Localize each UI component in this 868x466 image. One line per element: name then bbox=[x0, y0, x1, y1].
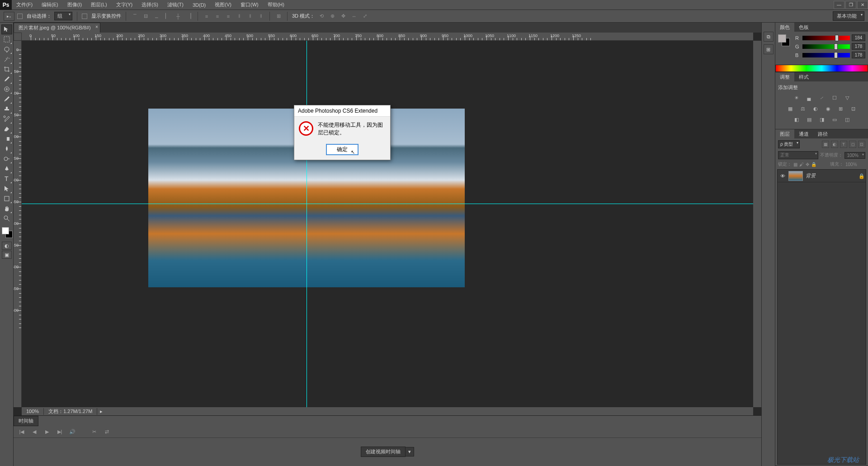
fg-color-swatch[interactable] bbox=[2, 227, 9, 234]
prev-frame-icon[interactable]: ◀ bbox=[30, 428, 39, 436]
adjustments-tab[interactable]: 调整 bbox=[775, 72, 794, 81]
transition-icon[interactable]: ⇄ bbox=[102, 428, 111, 436]
eraser-tool[interactable] bbox=[1, 124, 12, 134]
filter-adj-icon[interactable]: ◐ bbox=[831, 141, 838, 148]
create-timeline-dropdown[interactable]: ▾ bbox=[405, 447, 414, 456]
3d-orbit-icon[interactable]: ⟲ bbox=[317, 12, 326, 20]
dist-hcenter-icon[interactable]: ⦀ bbox=[246, 12, 254, 20]
close-button[interactable]: ✕ bbox=[857, 1, 868, 9]
align-vcenter-icon[interactable]: ⊟ bbox=[142, 12, 150, 20]
filter-smart-icon[interactable]: ⊡ bbox=[858, 141, 865, 148]
vertical-guide[interactable] bbox=[307, 41, 307, 407]
hue-icon[interactable]: ▦ bbox=[786, 105, 794, 113]
auto-align-icon[interactable]: ⊞ bbox=[274, 12, 283, 20]
dist-bottom-icon[interactable]: ≡ bbox=[224, 12, 232, 20]
eyedropper-tool[interactable] bbox=[1, 74, 12, 84]
posterize-icon[interactable]: ▤ bbox=[805, 115, 813, 124]
color-tab[interactable]: 颜色 bbox=[775, 23, 794, 32]
menu-edit[interactable]: 编辑(E) bbox=[37, 0, 63, 10]
menu-type[interactable]: 文字(Y) bbox=[112, 0, 137, 10]
vertical-scrollbar[interactable] bbox=[753, 41, 761, 407]
menu-image[interactable]: 图像(I) bbox=[63, 0, 86, 10]
blend-mode-dropdown[interactable]: 正常 bbox=[778, 151, 818, 159]
lock-transparent-icon[interactable]: ▦ bbox=[793, 162, 797, 167]
align-hcenter-icon[interactable]: ┼ bbox=[174, 12, 182, 20]
brush-tool[interactable] bbox=[1, 94, 12, 104]
channels-tab[interactable]: 通道 bbox=[794, 129, 813, 138]
g-value[interactable]: 178 bbox=[852, 43, 865, 50]
timeline-tab[interactable]: 时间轴 bbox=[14, 416, 38, 426]
zoom-level[interactable]: 100% bbox=[22, 409, 43, 414]
lock-position-icon[interactable]: ✥ bbox=[806, 162, 809, 167]
zoom-tool[interactable] bbox=[1, 214, 12, 223]
menu-window[interactable]: 窗口(W) bbox=[236, 0, 263, 10]
g-slider[interactable] bbox=[802, 44, 850, 49]
align-left-icon[interactable]: ▏ bbox=[163, 12, 171, 20]
r-value[interactable]: 184 bbox=[852, 34, 865, 41]
colorlookup-icon[interactable]: ⊡ bbox=[849, 105, 858, 113]
goto-first-icon[interactable]: |◀ bbox=[17, 428, 26, 436]
fill-input[interactable]: 100% bbox=[845, 162, 865, 167]
layer-thumbnail[interactable] bbox=[788, 171, 803, 181]
horizontal-guide[interactable] bbox=[22, 204, 753, 204]
menu-help[interactable]: 帮助(H) bbox=[263, 0, 289, 10]
selectivecolor-icon[interactable]: ◫ bbox=[843, 115, 851, 124]
align-right-icon[interactable]: ▕ bbox=[185, 12, 193, 20]
properties-panel-icon[interactable]: ⊞ bbox=[764, 44, 774, 54]
ruler-origin[interactable] bbox=[14, 33, 22, 41]
dist-left-icon[interactable]: ⦀ bbox=[235, 12, 243, 20]
maximize-button[interactable]: ❐ bbox=[845, 1, 856, 9]
photofilter-icon[interactable]: ◉ bbox=[824, 105, 832, 113]
play-icon[interactable]: ▶ bbox=[42, 428, 52, 436]
close-tab-icon[interactable]: × bbox=[95, 24, 98, 29]
b-value[interactable]: 178 bbox=[852, 52, 865, 58]
exposure-icon[interactable]: ☐ bbox=[830, 94, 839, 102]
paths-tab[interactable]: 路径 bbox=[813, 129, 832, 138]
brightness-icon[interactable]: ☀ bbox=[793, 94, 801, 102]
levels-icon[interactable]: ▄ bbox=[805, 94, 813, 102]
color-preview[interactable] bbox=[778, 34, 791, 47]
dist-right-icon[interactable]: ⦀ bbox=[257, 12, 265, 20]
3d-roll-icon[interactable]: ⊕ bbox=[328, 12, 336, 20]
document-info[interactable]: 文档：1.27M/1.27M bbox=[43, 408, 97, 415]
r-slider[interactable] bbox=[802, 36, 850, 40]
move-tool-indicator[interactable]: ▸₊ bbox=[4, 12, 14, 21]
3d-slide-icon[interactable]: ↔ bbox=[350, 12, 358, 20]
move-tool[interactable] bbox=[1, 24, 12, 34]
3d-pan-icon[interactable]: ✥ bbox=[339, 12, 347, 20]
lock-all-icon[interactable]: 🔒 bbox=[811, 162, 816, 167]
menu-select[interactable]: 选择(S) bbox=[137, 0, 163, 10]
history-brush-tool[interactable] bbox=[1, 114, 12, 124]
minimize-button[interactable]: — bbox=[834, 1, 844, 9]
canvas-viewport[interactable] bbox=[22, 41, 753, 407]
channelmixer-icon[interactable]: ⊞ bbox=[837, 105, 845, 113]
hand-tool[interactable] bbox=[1, 204, 12, 214]
next-frame-icon[interactable]: ▶| bbox=[55, 428, 64, 436]
crop-tool[interactable] bbox=[1, 64, 12, 74]
3d-scale-icon[interactable]: ⤢ bbox=[361, 12, 369, 20]
gradientmap-icon[interactable]: ▭ bbox=[830, 115, 839, 124]
colorbalance-icon[interactable]: ⚖ bbox=[799, 105, 807, 113]
invert-icon[interactable]: ◧ bbox=[793, 115, 801, 124]
dist-vcenter-icon[interactable]: ≡ bbox=[213, 12, 222, 20]
bw-icon[interactable]: ◐ bbox=[811, 105, 820, 113]
styles-tab[interactable]: 样式 bbox=[794, 72, 813, 81]
menu-layer[interactable]: 图层(L) bbox=[86, 0, 111, 10]
menu-3d[interactable]: 3D(D) bbox=[188, 0, 210, 10]
vertical-ruler[interactable]: 050100150200250300350400450500550600 bbox=[14, 41, 22, 407]
horizontal-ruler[interactable]: 0501001502002503003504004505005506006507… bbox=[22, 33, 753, 41]
shape-tool[interactable] bbox=[1, 194, 12, 204]
vibrance-icon[interactable]: ▽ bbox=[843, 94, 851, 102]
marquee-tool[interactable] bbox=[1, 34, 12, 44]
dist-top-icon[interactable]: ≡ bbox=[203, 12, 211, 20]
filter-shape-icon[interactable]: ◻ bbox=[849, 141, 856, 148]
menu-view[interactable]: 视图(V) bbox=[210, 0, 236, 10]
dodge-tool[interactable] bbox=[1, 154, 12, 164]
fg-preview[interactable] bbox=[778, 34, 786, 43]
align-top-icon[interactable]: ⎺ bbox=[131, 12, 139, 20]
curves-icon[interactable]: ⟋ bbox=[818, 94, 826, 102]
filter-pixel-icon[interactable]: ▦ bbox=[822, 141, 829, 148]
align-bottom-icon[interactable]: ⎽ bbox=[152, 12, 160, 20]
layers-tab[interactable]: 图层 bbox=[775, 129, 794, 138]
show-transform-checkbox[interactable] bbox=[82, 14, 87, 19]
